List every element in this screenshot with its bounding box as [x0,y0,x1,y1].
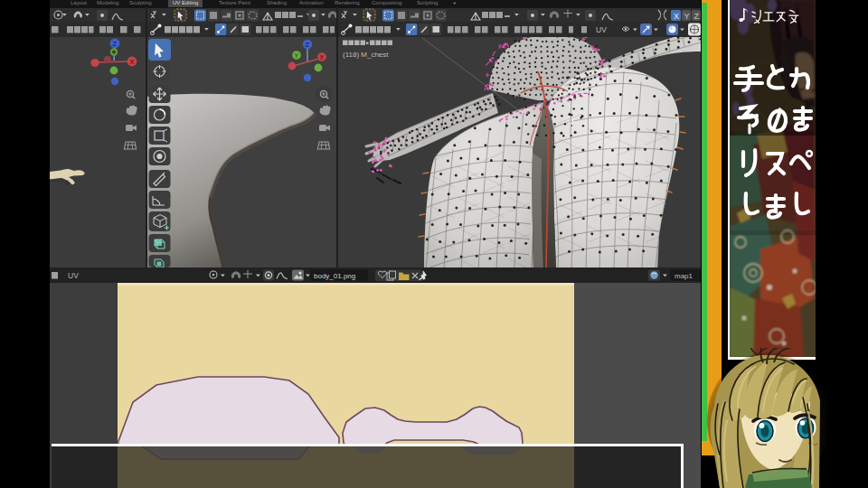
svg-text:(118) M_chest: (118) M_chest [343,51,389,59]
svg-text:Z: Z [694,11,700,20]
svg-text:map1: map1 [675,272,693,280]
svg-text:Z: Z [113,40,118,48]
svg-text:Y: Y [295,52,299,59]
svg-text:X: X [674,11,679,20]
svg-text:UV: UV [596,25,607,34]
svg-text:X: X [320,54,325,61]
svg-text:Y: Y [684,11,690,20]
svg-text:X: X [130,58,135,66]
svg-text:UV: UV [68,271,79,280]
svg-text:Z: Z [306,41,310,49]
svg-text:body_01.png: body_01.png [314,272,355,280]
